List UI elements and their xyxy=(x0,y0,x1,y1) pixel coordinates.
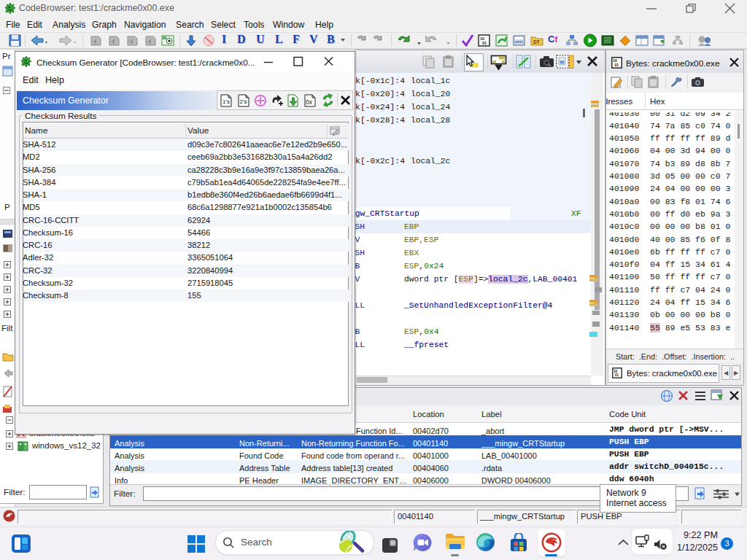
svg-text:0x: 0x xyxy=(306,98,313,106)
svg-text:01: 01 xyxy=(615,63,619,67)
svg-text:2's: 2's xyxy=(240,98,247,105)
svg-text:01: 01 xyxy=(482,41,487,45)
svg-text:DT: DT xyxy=(533,39,540,44)
svg-text:10: 10 xyxy=(614,370,618,373)
svg-text:01: 01 xyxy=(615,373,619,377)
svg-text:1's: 1's xyxy=(222,98,230,105)
svg-text:10: 10 xyxy=(480,36,484,41)
